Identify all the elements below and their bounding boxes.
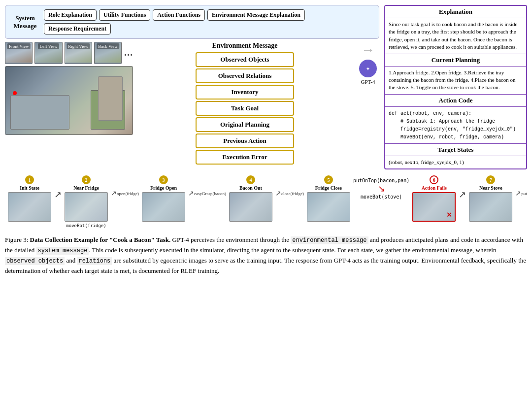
env-message-title: Environment Message	[212, 42, 277, 50]
right-view-label: Right View	[66, 43, 90, 49]
step-title-5: Fridge Close	[315, 185, 342, 191]
back-view-thumb: Back View	[94, 42, 122, 64]
env-message-explanation-btn[interactable]: Environment Message Explanation	[207, 9, 305, 21]
caption-code3: observed objects	[5, 257, 65, 265]
small-views: Front View Left View Right View Bac	[5, 42, 133, 64]
room-red-dot	[13, 91, 17, 95]
timeline-item-5: 5 Fridge Close	[304, 175, 353, 223]
step-title-6: Action Fails	[422, 185, 447, 191]
caption-code4: relations	[77, 257, 112, 265]
role-explanation-btn[interactable]: Role Explanation	[44, 9, 97, 21]
planning-title: Current Planning	[385, 54, 526, 67]
arrow-area: → ✦ GPT-4	[357, 42, 379, 85]
svg-text:✦: ✦	[366, 67, 370, 71]
front-view-label: Front View	[7, 43, 31, 49]
gpt-label: GPT-4	[361, 79, 375, 85]
fail-arrow-area: putOnTop(bacon,pan) ↘ moveBot(stove)	[353, 178, 409, 200]
observed-objects-item: Observed Objects	[196, 52, 294, 67]
system-message-box: SystemMessage Role Explanation Utility F…	[5, 5, 379, 39]
step-num-4: 4	[246, 175, 255, 184]
step-num-2: 2	[82, 175, 91, 184]
step-title-1: Init State	[20, 185, 39, 191]
previous-action-item: Previous Action	[196, 134, 294, 148]
step-img-7	[469, 192, 512, 222]
front-view-thumb: Front View	[5, 42, 33, 64]
planning-content: 1.Approach fridge. 2.Open fridge. 3.Retr…	[385, 67, 526, 94]
step-num-5: 5	[324, 175, 333, 184]
target-states-section: Target States (robot, nextto, fridge_xye…	[385, 144, 526, 168]
step-num-3: 3	[159, 175, 168, 184]
caption-text3: . This code is subsequently executed in …	[89, 246, 496, 254]
step-num-7: 7	[486, 175, 495, 184]
step-img-2	[65, 192, 108, 222]
top-section: SystemMessage Role Explanation Utility F…	[5, 5, 527, 169]
timeline-flex: 1 Init State ↗ 2 Near Fridge moveBot(fri…	[5, 175, 527, 229]
views-env-row: Front View Left View Right View Bac	[5, 42, 379, 165]
step-img-5	[307, 192, 350, 222]
step-title-2: Near Fridge	[73, 185, 99, 191]
action-code-section: Action Code def act(robot, env, camera):…	[385, 95, 526, 144]
step-img-6: ✕	[412, 192, 456, 222]
inventory-item: Inventory	[196, 85, 294, 100]
step-img-3	[142, 192, 185, 222]
explanation-section: Explanation Since our task goal is to co…	[385, 6, 526, 54]
back-view-label: Back View	[97, 43, 119, 49]
timeline-item-1: 1 Init State	[5, 175, 54, 223]
response-requirement-btn[interactable]: Response Requirement	[44, 23, 111, 34]
caption-code1: environmental message	[291, 236, 368, 244]
arrow-right-icon: →	[361, 42, 375, 58]
left-panel: SystemMessage Role Explanation Utility F…	[5, 5, 379, 169]
action-functions-btn[interactable]: Action Functions	[153, 9, 205, 21]
fail-arrow-label2: moveBot(stove)	[361, 194, 402, 200]
env-message-box: Environment Message Observed Objects Obs…	[137, 42, 353, 165]
action-code-content: def act(robot, env, camera): # Subtask 1…	[385, 107, 526, 143]
step-img-4	[229, 192, 272, 222]
arrow-4-5: ↗close(fridge)	[275, 189, 304, 198]
main-room-image	[5, 66, 133, 135]
right-panel: Explanation Since our task goal is to co…	[384, 5, 527, 169]
system-buttons: Role Explanation Utility Functions Actio…	[44, 9, 374, 34]
utility-functions-btn[interactable]: Utility Functions	[99, 9, 150, 21]
more-views-dots: …	[124, 42, 133, 64]
figure-caption: Figure 3: Data Collection Example for "C…	[5, 235, 527, 276]
observed-relations-item: Observed Relations	[196, 68, 294, 83]
step-title-7: Near Stove	[479, 185, 502, 191]
target-states-title: Target States	[385, 144, 526, 156]
left-view-thumb: Left View	[34, 42, 62, 64]
caption-text4: and	[65, 257, 77, 264]
task-goal-item: Task Goal	[196, 101, 294, 116]
timeline-item-3: 3 Fridge Open	[139, 175, 188, 223]
caption-text1: GPT-4 perceives the environment through …	[172, 236, 291, 243]
figure-label: Figure 3:	[5, 236, 28, 243]
target-states-content: (robot, nextto, fridge_xyejdx_0, 1)	[385, 156, 526, 168]
step-title-3: Fridge Open	[150, 185, 177, 191]
timeline-item-4: 4 Bacon Out	[226, 175, 275, 223]
planning-section: Current Planning 1.Approach fridge. 2.Op…	[385, 54, 526, 95]
original-planning-item: Original Planning	[196, 117, 294, 132]
fail-x-icon: ✕	[446, 211, 452, 219]
step-code-2: moveBot(fridge)	[66, 223, 106, 229]
action-code-title: Action Code	[385, 95, 526, 107]
step-img-1	[8, 192, 51, 222]
step-num-6: 6	[430, 175, 438, 184]
explanation-content: Since our task goal is to cook bacon and…	[385, 18, 526, 54]
caption-title: Data Collection Example for "Cook a Baco…	[30, 236, 171, 243]
code-block: def act(robot, env, camera): # Subtask 1…	[389, 111, 516, 140]
execution-error-item: Execution Error	[196, 150, 294, 165]
env-items: Observed Objects Observed Relations Inve…	[196, 52, 294, 165]
system-message-label: SystemMessage	[10, 14, 40, 30]
timeline-item-6: 6 Action Fails ✕	[409, 175, 459, 223]
timeline-section: 1 Init State ↗ 2 Near Fridge moveBot(fri…	[5, 173, 527, 231]
gpt-icon: ✦	[359, 60, 377, 77]
right-view-thumb: Right View	[65, 42, 92, 64]
timeline-item-2: 2 Near Fridge moveBot(fridge)	[62, 175, 111, 229]
fail-arrow-label1: putOnTop(bacon,pan)	[353, 178, 409, 183]
left-view-label: Left View	[38, 43, 59, 49]
step-title-4: Bacon Out	[239, 185, 262, 191]
fail-arrow-icon: ↘	[378, 183, 385, 194]
step-num-1: 1	[25, 175, 34, 184]
arrow-1-2: ↗	[54, 189, 62, 200]
arrow-3-4: ↗easyGrasp(bacon)	[188, 189, 226, 198]
page-container: SystemMessage Role Explanation Utility F…	[5, 5, 527, 276]
caption-code2: system message	[36, 247, 89, 255]
